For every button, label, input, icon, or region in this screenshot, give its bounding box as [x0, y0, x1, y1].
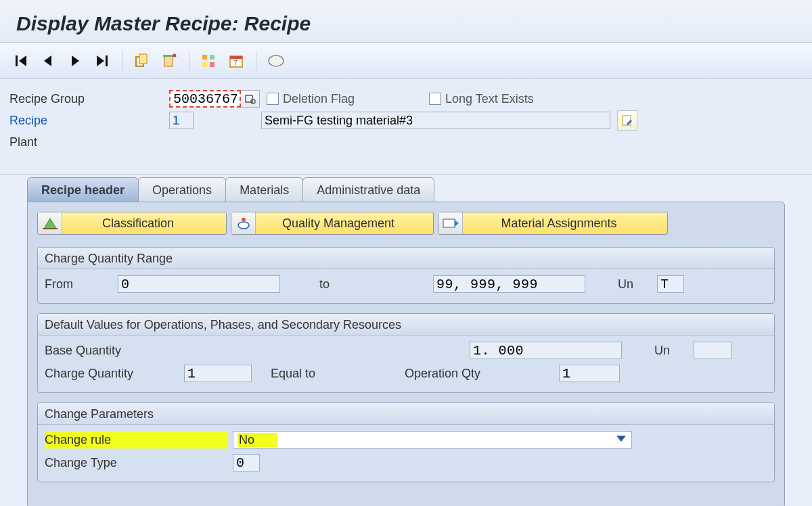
- tab-operations[interactable]: Operations: [138, 177, 226, 202]
- svg-marker-2: [44, 55, 51, 66]
- classification-button[interactable]: Classification: [37, 212, 227, 235]
- svg-point-21: [251, 99, 255, 104]
- tab-administrative-data[interactable]: Administrative data: [302, 177, 434, 202]
- tab-strip: Recipe header Operations Materials Admin…: [27, 175, 785, 202]
- to-input: [433, 275, 585, 293]
- svg-marker-4: [97, 55, 104, 66]
- nav-next-button[interactable]: [65, 51, 85, 71]
- base-qty-unit-input: [694, 342, 731, 359]
- svg-text:7: 7: [233, 59, 238, 67]
- base-qty-unit-label: Un: [654, 344, 688, 358]
- schedule-button[interactable]: 7: [226, 51, 246, 71]
- recipe-header-fields: Recipe Group Deletion Flag Long Text Exi…: [0, 79, 812, 175]
- charge-qty-range-title: Charge Quantity Range: [38, 248, 774, 269]
- defaults-group: Default Values for Operations, Phases, a…: [37, 313, 775, 393]
- classification-label: Classification: [87, 216, 217, 231]
- delete-button[interactable]: [159, 51, 179, 71]
- svg-rect-15: [210, 62, 215, 67]
- from-label: From: [45, 277, 112, 292]
- change-params-group: Change Parameters Change rule No Change …: [37, 402, 775, 482]
- quality-management-label: Quality Management: [280, 216, 424, 231]
- recipe-input: [169, 112, 194, 129]
- svg-rect-9: [163, 55, 174, 57]
- page-title: Display Master Recipe: Recipe: [0, 0, 812, 43]
- material-assignments-icon: [438, 212, 463, 234]
- toolbar-separator: [189, 51, 189, 71]
- change-type-input: [233, 454, 260, 472]
- svg-rect-5: [106, 55, 108, 66]
- svg-marker-30: [455, 220, 459, 227]
- svg-rect-0: [16, 55, 18, 66]
- quality-management-icon: [231, 212, 256, 234]
- svg-rect-13: [210, 55, 215, 60]
- change-params-title: Change Parameters: [38, 403, 774, 425]
- ellipsoid-button[interactable]: [266, 51, 286, 71]
- equal-to-label: Equal to: [257, 367, 399, 381]
- toolbar-separator: [256, 51, 256, 71]
- unit-input: [657, 275, 684, 293]
- change-rule-label: Change rule: [45, 432, 227, 448]
- from-input: [118, 275, 280, 293]
- deletion-flag-label: Deletion Flag: [283, 92, 355, 106]
- tab-content: Classification Quality Management Materi…: [27, 202, 785, 506]
- material-assignments-label: Material Assignments: [487, 216, 658, 231]
- change-type-label: Change Type: [45, 456, 227, 470]
- dropdown-arrow-icon: [616, 436, 626, 442]
- main-toolbar: 7: [0, 43, 812, 79]
- copy-from-button[interactable]: [132, 51, 152, 71]
- quality-management-button[interactable]: Quality Management: [231, 212, 434, 235]
- operation-qty-input: [559, 365, 620, 382]
- svg-marker-24: [44, 218, 56, 229]
- recipe-group-label: Recipe Group: [9, 92, 169, 106]
- charge-qty-input: [184, 365, 252, 382]
- plant-label: Plant: [9, 135, 169, 150]
- nav-prev-button[interactable]: [38, 51, 58, 71]
- recipe-group-input[interactable]: [169, 90, 241, 108]
- long-text-exists-label: Long Text Exists: [445, 92, 534, 106]
- change-rule-dropdown[interactable]: No: [233, 431, 632, 448]
- svg-rect-29: [443, 219, 455, 227]
- recipe-label-link[interactable]: Recipe: [9, 114, 169, 128]
- svg-point-19: [269, 55, 284, 66]
- deletion-flag-checkbox[interactable]: [267, 93, 279, 105]
- unit-label: Un: [618, 277, 652, 292]
- long-text-exists-checkbox[interactable]: [429, 93, 441, 105]
- svg-rect-22: [623, 116, 631, 125]
- svg-marker-3: [72, 55, 79, 66]
- recipe-group-f4-button[interactable]: [241, 90, 260, 108]
- edit-long-text-button[interactable]: [617, 110, 637, 131]
- material-assignments-button[interactable]: Material Assignments: [438, 212, 668, 235]
- recipe-description-input: [261, 112, 610, 129]
- structure-button[interactable]: [199, 51, 219, 71]
- nav-last-button[interactable]: [92, 51, 112, 71]
- change-rule-value: No: [238, 433, 277, 447]
- svg-rect-14: [202, 62, 207, 67]
- base-qty-label: Base Quantity: [45, 344, 464, 358]
- svg-marker-1: [19, 55, 26, 66]
- nav-first-button[interactable]: [11, 51, 31, 71]
- svg-rect-8: [164, 56, 173, 66]
- operation-qty-label: Operation Qty: [405, 367, 554, 381]
- toolbar-separator: [122, 51, 122, 71]
- charge-qty-label: Charge Quantity: [45, 367, 179, 381]
- svg-rect-7: [139, 54, 147, 64]
- svg-point-27: [238, 222, 249, 229]
- defaults-title: Default Values for Operations, Phases, a…: [38, 314, 774, 336]
- svg-rect-12: [202, 55, 207, 60]
- to-label: to: [286, 277, 428, 292]
- classification-icon: [38, 212, 62, 234]
- charge-qty-range-group: Charge Quantity Range From to Un: [37, 247, 775, 304]
- svg-rect-28: [242, 218, 246, 221]
- base-qty-input: [470, 342, 622, 359]
- tab-recipe-header[interactable]: Recipe header: [27, 177, 139, 202]
- tab-materials[interactable]: Materials: [225, 177, 303, 202]
